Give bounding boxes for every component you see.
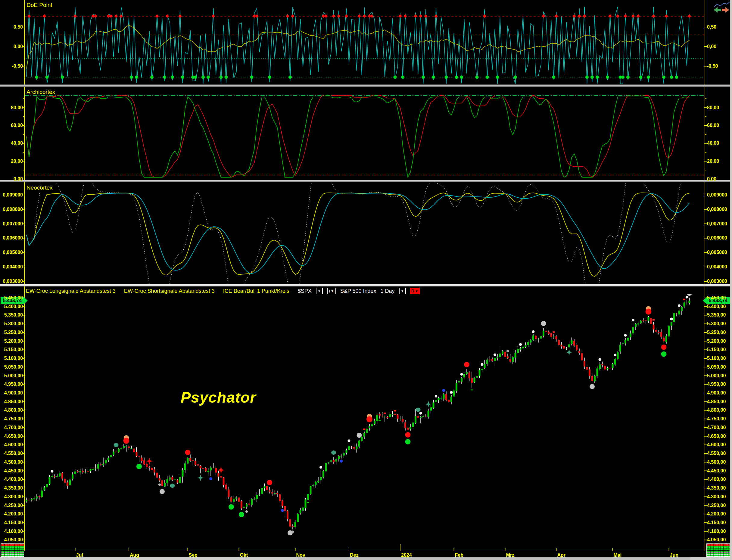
price-ytick-left: 4.600,00 xyxy=(1,442,23,447)
signal-marker-greenCircle xyxy=(661,351,667,357)
signal-marker-greenTick xyxy=(471,389,473,390)
signal-marker-redOrange xyxy=(646,308,652,314)
signal-summary-block-right xyxy=(706,543,730,557)
price-ytick-left: 5.200,00 xyxy=(1,339,23,344)
price-ytick-left: 4.150,00 xyxy=(1,520,23,525)
signal-marker-grayCircle xyxy=(160,489,165,494)
price-ytick-left: 5.400,00 xyxy=(1,304,23,309)
neo-ytick-right: 0,004000 xyxy=(707,265,727,269)
price-ytick-left: 4.550,00 xyxy=(1,451,23,456)
interval-label: 1 Day xyxy=(381,288,395,294)
arrow-right-icon xyxy=(722,7,729,13)
price-ytick-left: 5.100,00 xyxy=(1,356,23,361)
doe-plot xyxy=(25,7,704,84)
price-ytick-right: 4.750,00 xyxy=(707,416,726,421)
price-ytick-left: 5.000,00 xyxy=(1,373,23,378)
indicator-label-short: EW-Croc Shortsignale Abstandstest 3 xyxy=(124,288,215,294)
price-ytick-right: 4.350,00 xyxy=(707,486,726,490)
doe-ytick-right: 0,00 xyxy=(707,44,716,49)
signal-marker-greenCircle xyxy=(405,439,411,444)
price-ytick-left: 4.250,00 xyxy=(1,503,23,508)
price-ytick-left: 4.950,00 xyxy=(1,382,23,387)
neo-ytick-left: 0,004000 xyxy=(1,265,23,269)
month-label-Apr: Apr xyxy=(557,552,566,558)
signal-marker-whiteDot xyxy=(420,412,422,415)
price-ytick-right: 4.600,00 xyxy=(707,442,726,447)
signal-marker-blueDot xyxy=(340,459,343,463)
signal-marker-whiteDot xyxy=(481,363,484,366)
arch-ytick-left: 40,00 xyxy=(1,141,23,146)
price-plot xyxy=(26,291,692,535)
signal-marker-blueDot xyxy=(442,389,445,392)
arch-ytick-right: 20,00 xyxy=(707,159,719,164)
price-ytick-right: 5.300,00 xyxy=(707,321,726,326)
price-ytick-right: 5.150,00 xyxy=(707,347,726,352)
signal-marker-redTick xyxy=(394,410,396,411)
signal-marker-redCircle xyxy=(267,480,272,485)
symbol-dropdown-button[interactable]: ▼ xyxy=(316,288,323,294)
price-ytick-right: 5.400,00 xyxy=(707,304,726,309)
month-label-Jul: Jul xyxy=(76,552,83,558)
signal-marker-whiteDot xyxy=(624,334,627,337)
signal-marker-redCircle xyxy=(464,362,470,367)
price-ytick-right: 4.550,00 xyxy=(707,451,726,456)
arch-ytick-right: 40,00 xyxy=(707,141,719,146)
signal-marker-whiteDot xyxy=(348,439,350,442)
doe-ytick-right: 0,50 xyxy=(707,25,716,29)
zigzag-line-icon xyxy=(714,2,730,7)
arch-ytick-left: 60,00 xyxy=(1,123,23,128)
price-ytick-right: 5.200,00 xyxy=(707,339,726,344)
interval-dropdown-button[interactable]: ▼ xyxy=(399,288,406,294)
price-ytick-left: 4.850,00 xyxy=(1,399,23,404)
signal-marker-redTick xyxy=(683,299,685,300)
panel-splitter-2[interactable] xyxy=(0,180,732,182)
panel-splitter-1[interactable] xyxy=(0,85,732,87)
price-ytick-left: 4.050,00 xyxy=(1,537,23,542)
realtime-button[interactable]: R▼ xyxy=(410,288,420,294)
trading-app-window: DoE Point Archicortex Neocortex EW-Croc … xyxy=(0,0,732,560)
panel-splitter-3[interactable] xyxy=(0,284,732,286)
price-ytick-left: 4.300,00 xyxy=(1,494,23,499)
signal-marker-redCircle xyxy=(661,345,667,350)
price-ytick-left: 5.350,00 xyxy=(1,313,23,317)
neo-ytick-right: 0,003000 xyxy=(707,279,727,284)
signal-marker-tealCircle xyxy=(331,450,336,455)
neo-ytick-right: 0,007000 xyxy=(707,221,727,226)
price-ytick-left: 5.150,00 xyxy=(1,347,23,352)
price-ytick-left: 4.350,00 xyxy=(1,486,23,490)
signal-marker-redTick xyxy=(384,413,386,414)
signal-marker-grayDot xyxy=(158,483,161,486)
arrow-left-icon xyxy=(714,7,721,13)
price-ytick-left: 4.700,00 xyxy=(1,425,23,430)
price-ytick-left: 4.800,00 xyxy=(1,408,23,413)
signal-marker-whiteDot xyxy=(450,391,453,394)
time-axis-line xyxy=(24,551,705,551)
price-ytick-right: 5.450,00 xyxy=(707,295,726,300)
price-ytick-left: 5.050,00 xyxy=(1,365,23,370)
month-label-Jun: Jun xyxy=(670,552,678,558)
month-label-Sep: Sep xyxy=(189,552,197,558)
arch-ytick-right: 60,00 xyxy=(707,123,719,128)
indicator-label-ice: ICE Bear/Bull 1 Punkt/Kreis xyxy=(223,288,289,294)
signal-marker-whiteDot xyxy=(632,319,634,321)
signal-marker-redTick xyxy=(553,331,555,333)
price-ytick-left: 4.400,00 xyxy=(1,477,23,482)
scroll-to-latest-icon[interactable] xyxy=(712,1,730,14)
interval-tool-button[interactable]: I▼ xyxy=(327,288,336,294)
neo-ytick-left: 0,008000 xyxy=(1,207,23,212)
price-ytick-right: 5.050,00 xyxy=(707,365,726,370)
neo-ytick-right: 0,009000 xyxy=(707,193,727,197)
signal-marker-greenCircle xyxy=(228,504,234,509)
instrument-name-label: S&P 500 Index xyxy=(340,288,377,294)
signal-marker-grayCircle xyxy=(590,384,595,389)
signal-marker-tealStar xyxy=(566,349,572,355)
price-ytick-right: 5.350,00 xyxy=(707,313,726,317)
signal-marker-whiteDot xyxy=(686,296,688,299)
price-ytick-right: 4.500,00 xyxy=(707,460,726,465)
doe-ytick-left: 0,50 xyxy=(1,25,23,29)
signal-marker-grayDot xyxy=(245,510,248,513)
signal-summary-block-left xyxy=(1,543,24,557)
neo-ytick-left: 0,003000 xyxy=(1,279,23,284)
chart-plot-area[interactable] xyxy=(0,0,732,560)
doe-ytick-left: 0,00 xyxy=(1,44,23,49)
